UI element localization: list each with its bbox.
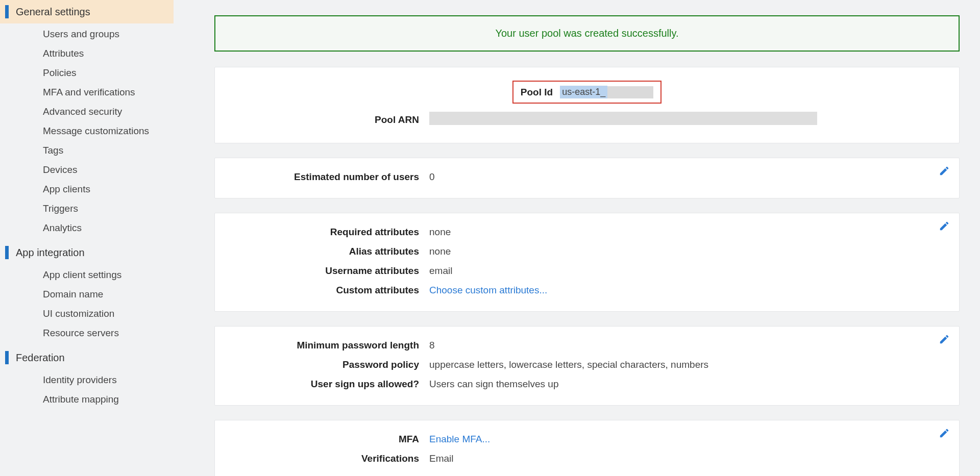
sidebar-sublist-federation: Identity providers Attribute mapping (0, 369, 174, 412)
pool-id-label: Pool Id (521, 87, 553, 98)
sidebar-item-app-clients[interactable]: App clients (0, 180, 174, 199)
password-policy-value: uppercase letters, lowercase letters, sp… (429, 359, 939, 370)
estimated-users-value: 0 (429, 171, 939, 183)
sidebar-item-message-customizations[interactable]: Message customizations (0, 121, 174, 141)
sidebar-section-label: General settings (16, 6, 90, 18)
estimated-users-label: Estimated number of users (235, 171, 419, 183)
sidebar-sublist-app-integration: App client settings Domain name UI custo… (0, 264, 174, 346)
section-indicator (5, 246, 9, 259)
active-indicator (5, 5, 9, 18)
sidebar-section-app-integration[interactable]: App integration (0, 241, 174, 264)
sidebar-section-label: App integration (16, 247, 85, 259)
edit-icon[interactable] (939, 220, 950, 232)
sidebar-item-mfa-verifications[interactable]: MFA and verifications (0, 83, 174, 102)
panel-pool-identity: Pool Id us-east-1_ Pool ARN (214, 67, 960, 143)
pool-id-highlight-box: Pool Id us-east-1_ (512, 81, 662, 104)
pool-id-value[interactable]: us-east-1_ (560, 86, 607, 98)
pool-id-redacted (607, 86, 653, 98)
sidebar-item-devices[interactable]: Devices (0, 160, 174, 180)
pool-id-value-wrap[interactable]: us-east-1_ (560, 86, 653, 98)
sidebar-sublist-general: Users and groups Attributes Policies MFA… (0, 23, 174, 241)
sidebar-item-app-client-settings[interactable]: App client settings (0, 265, 174, 285)
username-attributes-label: Username attributes (235, 265, 419, 277)
min-password-length-value: 8 (429, 340, 939, 351)
password-policy-label: Password policy (235, 359, 419, 370)
edit-icon[interactable] (939, 428, 950, 439)
sidebar-item-tags[interactable]: Tags (0, 141, 174, 160)
panel-attributes: Required attributes none Alias attribute… (214, 213, 960, 312)
edit-icon[interactable] (939, 165, 950, 177)
sidebar-item-resource-servers[interactable]: Resource servers (0, 323, 174, 343)
sidebar-item-ui-customization[interactable]: UI customization (0, 304, 174, 323)
pool-arn-value[interactable] (429, 112, 939, 128)
sidebar-section-federation[interactable]: Federation (0, 346, 174, 369)
sidebar-section-label: Federation (16, 352, 65, 364)
verifications-value: Email (429, 453, 939, 464)
custom-attributes-link[interactable]: Choose custom attributes... (429, 285, 939, 296)
sidebar-item-attribute-mapping[interactable]: Attribute mapping (0, 390, 174, 409)
success-alert: Your user pool was created successfully. (214, 15, 960, 52)
signups-allowed-value: Users can sign themselves up (429, 379, 939, 390)
alias-attributes-label: Alias attributes (235, 246, 419, 257)
sidebar-section-general-settings[interactable]: General settings (0, 0, 174, 23)
required-attributes-value: none (429, 227, 939, 238)
sidebar-item-domain-name[interactable]: Domain name (0, 285, 174, 304)
panel-users: Estimated number of users 0 (214, 158, 960, 198)
sidebar-item-advanced-security[interactable]: Advanced security (0, 102, 174, 121)
panel-password: Minimum password length 8 Password polic… (214, 326, 960, 406)
sidebar: General settings Users and groups Attrib… (0, 0, 174, 476)
custom-attributes-label: Custom attributes (235, 285, 419, 296)
panel-mfa: MFA Enable MFA... Verifications Email (214, 420, 960, 476)
pool-arn-label: Pool ARN (235, 114, 419, 126)
sidebar-item-users-and-groups[interactable]: Users and groups (0, 24, 174, 44)
enable-mfa-link[interactable]: Enable MFA... (429, 434, 939, 445)
main-content: Your user pool was created successfully.… (174, 0, 980, 476)
alias-attributes-value: none (429, 246, 939, 257)
sidebar-item-analytics[interactable]: Analytics (0, 218, 174, 238)
section-indicator (5, 351, 9, 364)
sidebar-item-triggers[interactable]: Triggers (0, 199, 174, 218)
edit-icon[interactable] (939, 334, 950, 345)
sidebar-item-attributes[interactable]: Attributes (0, 44, 174, 63)
min-password-length-label: Minimum password length (235, 340, 419, 351)
mfa-label: MFA (235, 434, 419, 445)
verifications-label: Verifications (235, 453, 419, 464)
required-attributes-label: Required attributes (235, 227, 419, 238)
sidebar-item-identity-providers[interactable]: Identity providers (0, 370, 174, 390)
sidebar-item-policies[interactable]: Policies (0, 63, 174, 83)
username-attributes-value: email (429, 265, 939, 277)
signups-allowed-label: User sign ups allowed? (235, 379, 419, 390)
pool-arn-redacted (429, 112, 817, 125)
success-alert-text: Your user pool was created successfully. (495, 28, 678, 39)
